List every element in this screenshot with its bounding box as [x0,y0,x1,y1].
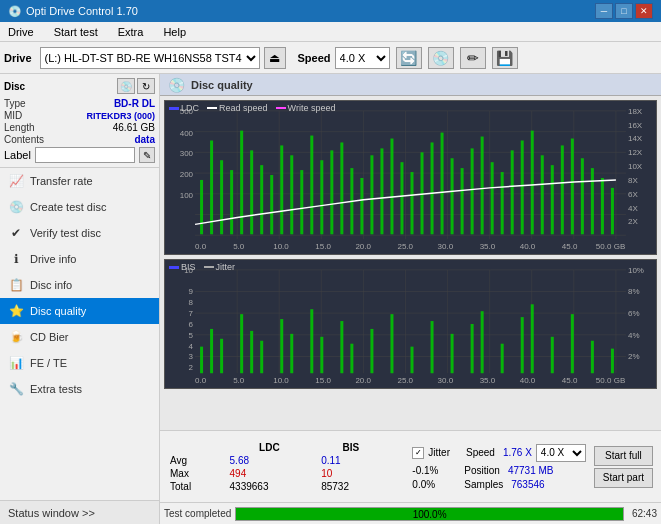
stats-row: LDC BIS Avg 5.68 0.11 Max [160,430,661,502]
svg-text:9: 9 [189,288,194,297]
minimize-button[interactable]: ─ [595,3,613,19]
svg-rect-130 [250,331,253,373]
svg-text:30.0: 30.0 [438,376,454,385]
stats-max-label: Max [164,467,224,480]
svg-text:6%: 6% [628,309,640,318]
sidebar-item-label-transfer-rate: Transfer rate [30,175,93,187]
sidebar-item-verify-test-disc[interactable]: ✔ Verify test disc [0,220,159,246]
sidebar-item-label-disc-quality: Disc quality [30,305,86,317]
jitter-max-row: 0.0% Samples 763546 [412,479,586,490]
speed-select-stats[interactable]: 4.0 X [536,444,586,462]
start-buttons: Start full Start part [590,442,657,492]
svg-text:5.0: 5.0 [233,376,245,385]
sidebar-item-fe-te[interactable]: 📊 FE / TE [0,350,159,376]
drive-select[interactable]: (L:) HL-DT-ST BD-RE WH16NS58 TST4 [40,47,260,69]
position-value: 47731 MB [508,465,554,476]
svg-text:5: 5 [189,331,194,340]
close-button[interactable]: ✕ [635,3,653,19]
svg-rect-137 [350,344,353,374]
svg-rect-55 [320,160,323,234]
svg-rect-73 [501,172,504,234]
svg-text:16X: 16X [628,121,643,130]
disc-icon-btn[interactable]: 💿 [117,78,135,94]
menubar: Drive Start test Extra Help [0,22,661,42]
svg-text:300: 300 [180,149,194,158]
jitter-speed-label: Speed [466,447,495,458]
svg-rect-134 [310,309,313,373]
svg-text:8%: 8% [628,288,640,297]
svg-rect-61 [380,148,383,234]
svg-rect-45 [220,160,223,234]
svg-text:2X: 2X [628,217,638,226]
disc-label-edit-btn[interactable]: ✎ [139,147,155,163]
legend-jitter-label: Jitter [216,262,236,272]
disc-length-label: Length [4,122,35,133]
svg-text:20.0: 20.0 [355,242,371,251]
svg-text:20.0: 20.0 [355,376,371,385]
eject-button[interactable]: ⏏ [264,47,286,69]
save-button[interactable]: 💾 [492,47,518,69]
disc-type-value: BD-R DL [114,98,155,109]
jitter-checkbox[interactable]: ✓ [412,447,424,459]
svg-text:0.0: 0.0 [195,376,207,385]
progress-text: 100.0% [236,509,623,520]
write-button[interactable]: ✏ [460,47,486,69]
status-window-button[interactable]: Status window >> [0,500,159,524]
menu-drive[interactable]: Drive [4,24,38,40]
maximize-button[interactable]: □ [615,3,633,19]
jitter-speed-value: 1.76 X [503,447,532,458]
stats-col-bis: BIS [315,441,387,454]
svg-text:400: 400 [180,129,194,138]
sidebar-item-transfer-rate[interactable]: 📈 Transfer rate [0,168,159,194]
jitter-row: ✓ Jitter Speed 1.76 X 4.0 X [412,444,586,462]
drive-info-icon: ℹ [8,251,24,267]
svg-text:5.0: 5.0 [233,242,245,251]
disc-button[interactable]: 💿 [428,47,454,69]
svg-text:35.0: 35.0 [480,376,496,385]
stats-col-spacer [387,441,409,454]
menu-help[interactable]: Help [159,24,190,40]
nav-items: 📈 Transfer rate 💿 Create test disc ✔ Ver… [0,168,159,500]
verify-test-disc-icon: ✔ [8,225,24,241]
menu-extra[interactable]: Extra [114,24,148,40]
svg-rect-144 [481,311,484,373]
sidebar-item-drive-info[interactable]: ℹ Drive info [0,246,159,272]
app-icon: 💿 [8,5,22,18]
extra-tests-icon: 🔧 [8,381,24,397]
svg-rect-60 [370,155,373,234]
svg-rect-62 [390,139,393,235]
start-full-button[interactable]: Start full [594,446,653,466]
svg-text:7: 7 [189,309,194,318]
disc-panel: Disc 💿 ↻ Type BD-R DL MID RITEKDR3 (000)… [0,74,159,168]
svg-rect-127 [210,329,213,373]
speed-select[interactable]: 4.0 X [335,47,390,69]
sidebar-item-cd-bier[interactable]: 🍺 CD Bier [0,324,159,350]
sidebar-item-disc-quality[interactable]: ⭐ Disc quality [0,298,159,324]
svg-rect-150 [591,341,594,373]
svg-rect-84 [611,188,614,234]
svg-rect-77 [541,155,544,234]
stats-row-total: Total 4339663 85732 [164,480,408,493]
sidebar-item-create-test-disc[interactable]: 💿 Create test disc [0,194,159,220]
stats-avg-bis: 0.11 [315,454,387,467]
content-title: Disc quality [191,79,253,91]
svg-rect-76 [531,131,534,235]
disc-label-input[interactable] [35,147,135,163]
sidebar-item-disc-info[interactable]: 📋 Disc info [0,272,159,298]
bottom-bar: Test completed 100.0% 62:43 [160,502,661,524]
svg-rect-140 [411,347,414,374]
drivebar: Drive (L:) HL-DT-ST BD-RE WH16NS58 TST4 … [0,42,661,74]
svg-text:40.0: 40.0 [520,376,536,385]
sidebar-item-extra-tests[interactable]: 🔧 Extra tests [0,376,159,402]
disc-refresh-btn[interactable]: ↻ [137,78,155,94]
svg-rect-74 [511,150,514,234]
svg-text:10.0: 10.0 [273,242,289,251]
start-part-button[interactable]: Start part [594,468,653,488]
stats-max-ldc: 494 [224,467,316,480]
svg-rect-131 [260,341,263,373]
disc-header: Disc 💿 ↻ [4,78,155,94]
svg-rect-43 [200,180,203,234]
menu-start-test[interactable]: Start test [50,24,102,40]
cd-bier-icon: 🍺 [8,329,24,345]
refresh-button[interactable]: 🔄 [396,47,422,69]
